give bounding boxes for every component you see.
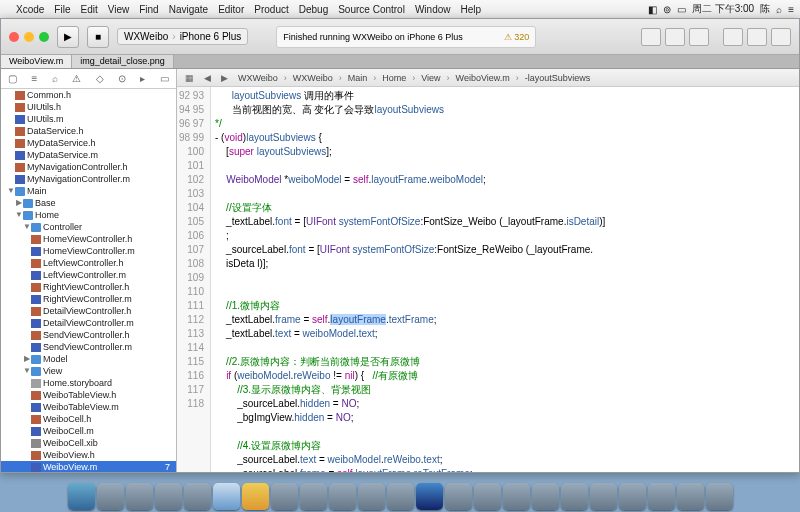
- tree-file[interactable]: WeiboTableView.m: [1, 401, 176, 413]
- tree-file[interactable]: WeiboTableView.h: [1, 389, 176, 401]
- crumb-file[interactable]: WeiboView.m: [452, 73, 514, 83]
- forward-button[interactable]: ▶: [217, 73, 232, 83]
- menu-view[interactable]: View: [108, 4, 130, 15]
- jump-bar[interactable]: ▦ ◀ ▶ WXWeibo› WXWeibo› Main› Home› View…: [177, 69, 799, 87]
- tree-file[interactable]: UIUtils.m: [1, 113, 176, 125]
- spotlight-icon[interactable]: ⌕: [776, 4, 782, 15]
- user-menu[interactable]: 陈: [760, 2, 770, 16]
- zoom-button[interactable]: [39, 32, 49, 42]
- toggle-navigator-button[interactable]: [723, 28, 743, 46]
- tree-file[interactable]: Common.h: [1, 89, 176, 101]
- version-editor-button[interactable]: [689, 28, 709, 46]
- dock-finder[interactable]: [68, 483, 95, 510]
- dock-app[interactable]: [648, 483, 675, 510]
- scheme-selector[interactable]: WXWeibo › iPhone 6 Plus: [117, 28, 248, 45]
- tree-file[interactable]: MyNavigationController.m: [1, 173, 176, 185]
- crumb-group[interactable]: WXWeibo: [289, 73, 337, 83]
- crumb-main[interactable]: Main: [344, 73, 372, 83]
- run-button[interactable]: ▶: [57, 26, 79, 48]
- menu-find[interactable]: Find: [139, 4, 158, 15]
- tree-file[interactable]: WeiboCell.m: [1, 425, 176, 437]
- dock-terminal[interactable]: [532, 483, 559, 510]
- stop-button[interactable]: ■: [87, 26, 109, 48]
- warnings-count[interactable]: ⚠ 320: [504, 32, 530, 42]
- tree-file[interactable]: SendViewController.m: [1, 341, 176, 353]
- dock-evernote[interactable]: [271, 483, 298, 510]
- tree-file[interactable]: HomeViewController.m: [1, 245, 176, 257]
- menu-debug[interactable]: Debug: [299, 4, 328, 15]
- status-icon[interactable]: ◧: [648, 4, 657, 15]
- dock-qq[interactable]: [358, 483, 385, 510]
- tree-file[interactable]: DetailViewController.m: [1, 317, 176, 329]
- back-button[interactable]: ◀: [200, 73, 215, 83]
- tree-file[interactable]: SendViewController.h: [1, 329, 176, 341]
- dock-app[interactable]: [503, 483, 530, 510]
- dock-xcode[interactable]: [416, 483, 443, 510]
- wifi-icon[interactable]: ⊚: [663, 4, 671, 15]
- debug-nav-icon[interactable]: ⊙: [118, 73, 126, 84]
- dock-trash[interactable]: [706, 483, 733, 510]
- tree-file[interactable]: WeiboCell.xib: [1, 437, 176, 449]
- tree-file[interactable]: MyNavigationController.h: [1, 161, 176, 173]
- dock-chrome[interactable]: [242, 483, 269, 510]
- toggle-debug-button[interactable]: [747, 28, 767, 46]
- find-nav-icon[interactable]: ⌕: [52, 73, 58, 84]
- dock-app[interactable]: [590, 483, 617, 510]
- notification-icon[interactable]: ≡: [788, 4, 794, 15]
- minimize-button[interactable]: [24, 32, 34, 42]
- tree-group-controller[interactable]: ▼Controller: [1, 221, 176, 233]
- tree-file[interactable]: DataService.h: [1, 125, 176, 137]
- tree-file[interactable]: RightViewController.m: [1, 293, 176, 305]
- test-nav-icon[interactable]: ◇: [96, 73, 104, 84]
- report-nav-icon[interactable]: ▭: [160, 73, 169, 84]
- toggle-utilities-button[interactable]: [771, 28, 791, 46]
- symbol-nav-icon[interactable]: ≡: [32, 73, 38, 84]
- tree-file[interactable]: MyDataService.h: [1, 137, 176, 149]
- dock-simulator[interactable]: [445, 483, 472, 510]
- code-area[interactable]: 92 93 94 95 96 97 98 99 100 101 102 103 …: [177, 87, 799, 472]
- dock-calendar[interactable]: [97, 483, 124, 510]
- dock-reminders[interactable]: [126, 483, 153, 510]
- code-content[interactable]: layoutSubviews 调用的事件 当前视图的宽、高 变化了会导致layo…: [211, 87, 799, 472]
- tree-file[interactable]: Home.storyboard: [1, 377, 176, 389]
- dock-teamviewer[interactable]: [677, 483, 704, 510]
- tab-img-detail[interactable]: img_detail_close.png: [72, 55, 174, 68]
- tree-group-home[interactable]: ▼Home: [1, 209, 176, 221]
- dock-app[interactable]: [474, 483, 501, 510]
- project-nav-icon[interactable]: ▢: [8, 73, 17, 84]
- menu-editor[interactable]: Editor: [218, 4, 244, 15]
- standard-editor-button[interactable]: [641, 28, 661, 46]
- app-menu[interactable]: Xcode: [16, 4, 44, 15]
- tab-weiboview[interactable]: WeiboView.m: [1, 55, 72, 68]
- tree-group-view[interactable]: ▼View: [1, 365, 176, 377]
- menu-help[interactable]: Help: [460, 4, 481, 15]
- tree-file[interactable]: WeiboView.h: [1, 449, 176, 461]
- tree-group-main[interactable]: ▼Main: [1, 185, 176, 197]
- dock-virtualbox[interactable]: [155, 483, 182, 510]
- tree-file[interactable]: MyDataService.m: [1, 149, 176, 161]
- dock-settings[interactable]: [619, 483, 646, 510]
- menu-source-control[interactable]: Source Control: [338, 4, 405, 15]
- crumb-home[interactable]: Home: [378, 73, 410, 83]
- tree-file[interactable]: RightViewController.h: [1, 281, 176, 293]
- tree-group-base[interactable]: ▶Base: [1, 197, 176, 209]
- clock[interactable]: 周二 下午3:00: [692, 2, 754, 16]
- dock-safari[interactable]: [213, 483, 240, 510]
- tree-file[interactable]: LeftViewController.h: [1, 257, 176, 269]
- menu-window[interactable]: Window: [415, 4, 451, 15]
- dock-app[interactable]: [329, 483, 356, 510]
- close-button[interactable]: [9, 32, 19, 42]
- crumb-method[interactable]: -layoutSubviews: [521, 73, 595, 83]
- issue-nav-icon[interactable]: ⚠: [72, 73, 81, 84]
- tree-file[interactable]: DetailViewController.h: [1, 305, 176, 317]
- menu-navigate[interactable]: Navigate: [169, 4, 208, 15]
- related-items-icon[interactable]: ▦: [181, 73, 198, 83]
- assistant-editor-button[interactable]: [665, 28, 685, 46]
- menu-product[interactable]: Product: [254, 4, 288, 15]
- dock-wechat[interactable]: [387, 483, 414, 510]
- tree-file[interactable]: WeiboCell.h: [1, 413, 176, 425]
- tree-file[interactable]: HomeViewController.h: [1, 233, 176, 245]
- tree-file[interactable]: LeftViewController.m: [1, 269, 176, 281]
- tree-file-selected[interactable]: WeiboView.m7: [1, 461, 176, 472]
- breakpoint-nav-icon[interactable]: ▸: [140, 73, 145, 84]
